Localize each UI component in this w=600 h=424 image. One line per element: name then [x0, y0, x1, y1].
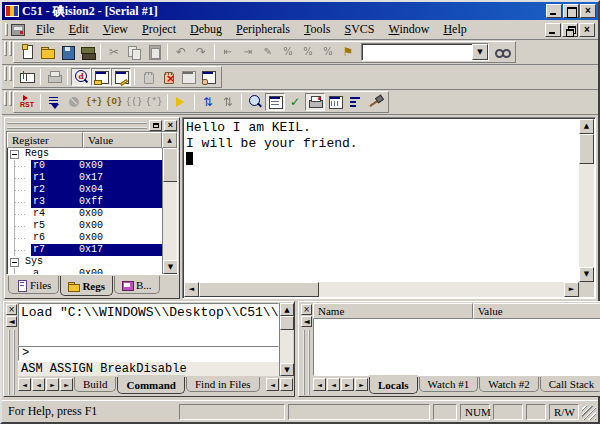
device-database-button[interactable]	[77, 43, 97, 61]
maximize-button[interactable]	[563, 4, 579, 18]
tab-scroll-right-button[interactable]: ►	[46, 378, 59, 391]
watch-list-body[interactable]	[313, 319, 600, 376]
step-into-button[interactable]: {+}	[84, 93, 104, 111]
tab-scroll-left-button[interactable]: ◄	[327, 378, 340, 391]
disable-breakpoint-button[interactable]	[178, 68, 198, 86]
panel-expand-button[interactable]: ◄	[6, 316, 17, 327]
serial-horizontal-scrollbar[interactable]: ◄ ►	[184, 282, 579, 297]
panel-drag-gripper[interactable]	[303, 330, 310, 395]
toolbar-gripper[interactable]	[9, 66, 12, 81]
step-out-button[interactable]: {(}	[124, 93, 144, 111]
scroll-up-button[interactable]: ▲	[280, 303, 294, 316]
uncomment-button[interactable]: %	[298, 43, 318, 61]
command-history[interactable]: Load "C:\\WINDOWS\\Desktop\\C51\\C51	[18, 303, 279, 346]
command-input-line[interactable]: >	[18, 346, 279, 361]
performance-analyzer-button[interactable]	[345, 93, 365, 111]
value-column-header[interactable]: Value	[473, 303, 600, 319]
tab-watch2[interactable]: Watch #2	[479, 377, 539, 392]
tab-command[interactable]: Command	[117, 377, 185, 394]
menu-view[interactable]: View	[96, 20, 135, 39]
show-next-statement-button[interactable]	[171, 93, 191, 111]
combobox-dropdown-button[interactable]: ▼	[472, 44, 488, 60]
register-row-r1[interactable]: r10x17	[7, 172, 162, 184]
mdi-restore-button[interactable]	[562, 23, 578, 37]
tab-locals[interactable]: Locals	[369, 377, 418, 394]
command-scrollbar[interactable]: ▲ ▼	[279, 303, 293, 376]
collapse-icon[interactable]	[10, 150, 19, 159]
tab-scroll-first-button[interactable]: ◄	[313, 378, 326, 391]
tab-scroll-last-button[interactable]: ►	[355, 378, 368, 391]
tab-scroll-last-button[interactable]: ►	[60, 378, 73, 391]
tree-group-sys[interactable]: Sys	[7, 256, 162, 268]
collapse-icon[interactable]	[10, 258, 19, 267]
breakpoints-window-button[interactable]	[198, 68, 218, 86]
menu-project[interactable]: Project	[135, 20, 183, 39]
edit-pen-button[interactable]: ✎	[258, 43, 278, 61]
scroll-up-button[interactable]: ▲	[579, 119, 594, 134]
register-row-a[interactable]: a0x00	[7, 268, 162, 274]
run-button[interactable]	[44, 93, 64, 111]
toolbar-gripper[interactable]	[4, 41, 7, 56]
scrollbar-thumb[interactable]	[280, 316, 294, 330]
menubar-gripper[interactable]	[5, 23, 8, 36]
scrollbar-thumb[interactable]	[199, 282, 319, 297]
panel-close-button[interactable]: ×	[301, 304, 312, 315]
mdi-minimize-button[interactable]	[545, 23, 561, 37]
comment-button[interactable]: %	[278, 43, 298, 61]
disassembly-window-button[interactable]	[245, 93, 265, 111]
close-button[interactable]: ×	[580, 4, 596, 18]
menu-edit[interactable]: Edit	[62, 20, 96, 39]
register-scrollbar[interactable]: ▼	[162, 148, 177, 274]
tab-books[interactable]: B...	[114, 276, 160, 294]
serial-window[interactable]: Hello I am KEIL.I will be your friend. ▲…	[182, 117, 596, 299]
register-row-r0[interactable]: r00x09	[7, 160, 162, 172]
new-file-button[interactable]	[17, 43, 37, 61]
menu-debug[interactable]: Debug	[183, 20, 229, 39]
unindent-button[interactable]: ⇤	[218, 43, 238, 61]
toggle-bookmark-button[interactable]: ⚑	[338, 43, 358, 61]
panel-drag-gripper[interactable]	[7, 122, 147, 129]
toolbar-gripper[interactable]	[9, 91, 12, 106]
scrollbar-thumb[interactable]	[163, 148, 178, 182]
memory-window-button[interactable]	[325, 93, 345, 111]
comment-block-button[interactable]: %	[318, 43, 338, 61]
panel-expand-button[interactable]: ◄	[301, 316, 312, 327]
enable-trace-button[interactable]: ⇅	[198, 93, 218, 111]
tab-files[interactable]: Files	[8, 276, 59, 294]
name-column-header[interactable]: Name	[313, 303, 473, 319]
scroll-down-button[interactable]: ▼	[280, 363, 294, 376]
halt-button[interactable]	[64, 93, 84, 111]
tools-button[interactable]	[365, 93, 385, 111]
scroll-right-button[interactable]: ►	[564, 282, 579, 297]
show-trace-button[interactable]: ⇅	[218, 93, 238, 111]
mdi-close-button[interactable]: ×	[579, 23, 595, 37]
register-row-r5[interactable]: r50x00	[7, 220, 162, 232]
tab-find-in-files[interactable]: Find in Files	[186, 377, 260, 392]
panel-drag-gripper[interactable]	[8, 330, 15, 395]
toolbar-gripper[interactable]	[4, 91, 7, 106]
scroll-down-button[interactable]: ▼	[163, 260, 178, 274]
output-window-toggle[interactable]	[111, 68, 131, 86]
scroll-down-button[interactable]: ▼	[579, 267, 594, 282]
resize-grip[interactable]	[582, 406, 596, 420]
value-column-header[interactable]: Value	[83, 132, 162, 148]
hscroll-left-button[interactable]: ◄	[266, 378, 279, 391]
register-column-header[interactable]: Register	[7, 132, 83, 148]
cut-button[interactable]: ✂	[104, 43, 124, 61]
app-icon[interactable]	[5, 5, 19, 17]
register-row-r6[interactable]: r60x00	[7, 232, 162, 244]
toggle-breakpoint-button[interactable]	[138, 68, 158, 86]
step-over-button[interactable]: {O}	[104, 93, 124, 111]
menu-file[interactable]: File	[29, 20, 62, 39]
toolbar-gripper[interactable]	[4, 66, 7, 81]
scrollbar-thumb[interactable]	[579, 134, 594, 164]
hscroll-right-button[interactable]: ►	[280, 378, 293, 391]
help-button[interactable]	[17, 68, 37, 86]
panel-close-button[interactable]: ×	[164, 120, 177, 131]
copy-button[interactable]	[124, 43, 144, 61]
tab-scroll-right-button[interactable]: ►	[341, 378, 354, 391]
print-button[interactable]	[44, 68, 64, 86]
tab-build[interactable]: Build	[74, 377, 116, 392]
tab-watch1[interactable]: Watch #1	[419, 377, 479, 392]
save-button[interactable]	[57, 43, 77, 61]
